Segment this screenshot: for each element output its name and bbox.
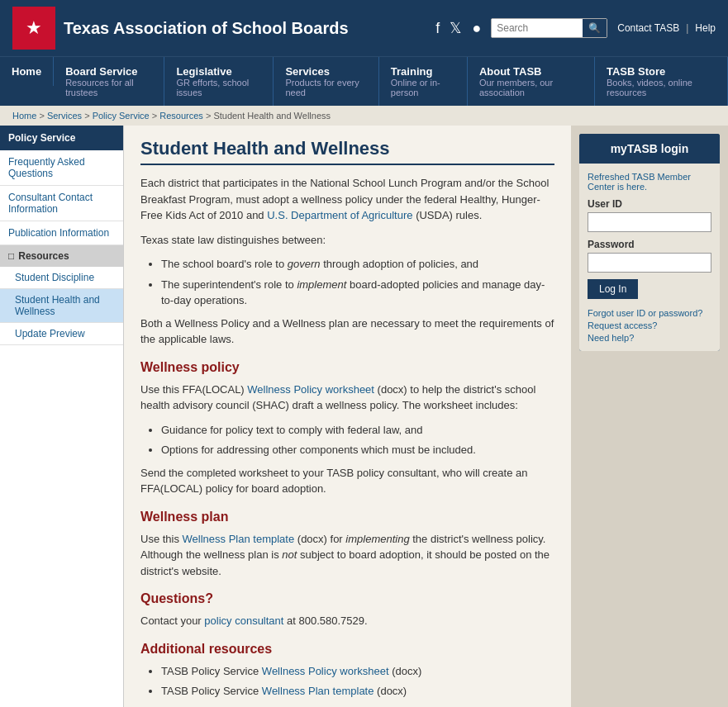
nav-sub-about: Our members, our association — [479, 78, 583, 97]
nav-link-home[interactable]: Home — [0, 57, 54, 86]
nav-link-about[interactable]: About TASBOur members, our association — [468, 57, 595, 106]
wellness-policy-bullets: Guidance for policy text to comply with … — [161, 422, 554, 458]
nav-item-about: About TASBOur members, our association — [468, 57, 595, 106]
send-text: Send the completed worksheet to your TAS… — [140, 465, 554, 497]
update-link[interactable]: Update Preview — [15, 328, 85, 339]
nav-item-board: Board ServiceResources for all trustees — [54, 57, 164, 106]
page-title: Student Health and Wellness — [140, 138, 554, 165]
nav-sub-store: Books, videos, online resources — [607, 78, 716, 97]
nav-sub-training: Online or in-person — [391, 78, 455, 97]
help-link[interactable]: Help — [695, 22, 716, 34]
law-bullets: The school board's role to govern throug… — [161, 256, 554, 309]
discipline-link[interactable]: Student Discipline — [15, 272, 94, 283]
login-box: myTASB login Refreshed TASB Member Cente… — [579, 134, 720, 351]
login-button[interactable]: Log In — [588, 279, 638, 299]
search-box: 🔍 — [491, 18, 607, 38]
wp-bullet-2: Options for addressing other components … — [161, 442, 554, 458]
sidebar-sub-update[interactable]: Update Preview — [0, 323, 123, 345]
facebook-icon[interactable]: f — [435, 20, 440, 37]
nav-link-legislative[interactable]: LegislativeGR efforts, school issues — [164, 57, 274, 106]
nav-item-legislative: LegislativeGR efforts, school issues — [164, 57, 274, 106]
nav-link-services[interactable]: ServicesProducts for every need — [274, 57, 378, 106]
logo-area: ★ Texas Association of School Boards — [12, 7, 349, 50]
header-icons: f 𝕏 ● 🔍 Contact TASB | Help — [435, 18, 716, 38]
main-content: Student Health and Wellness Each distric… — [124, 126, 571, 707]
breadcrumb-resources[interactable]: Resources — [159, 111, 203, 121]
refresh-link[interactable]: Refreshed TASB Member Center is here. — [588, 172, 711, 192]
add-link-2[interactable]: Wellness Plan template — [262, 685, 374, 697]
questions-text: Contact your policy consultant at 800.58… — [140, 613, 554, 629]
user-id-input[interactable] — [588, 212, 711, 232]
faq-link[interactable]: Frequently Asked Questions — [8, 156, 85, 179]
add-link-1[interactable]: Wellness Policy worksheet — [262, 665, 389, 677]
right-panel: myTASB login Refreshed TASB Member Cente… — [571, 126, 728, 707]
contact-tasb-link[interactable]: Contact TASB — [617, 22, 679, 34]
sidebar-sub-discipline[interactable]: Student Discipline — [0, 267, 123, 289]
sidebar-item-faq[interactable]: Frequently Asked Questions — [0, 150, 123, 186]
wellness-policy-text: Use this FFA(LOCAL) Wellness Policy work… — [140, 382, 554, 414]
add-bullet-2: TASB Policy Service Wellness Plan templa… — [161, 683, 554, 700]
law-bullet-1: The school board's role to govern throug… — [161, 256, 554, 273]
wellness-plan-text: Use this Wellness Plan template (docx) f… — [140, 531, 554, 580]
search-button[interactable]: 🔍 — [583, 19, 607, 37]
breadcrumb-current: Student Health and Wellness — [213, 111, 331, 121]
nav-item-services: ServicesProducts for every need — [274, 57, 378, 106]
need-help-link[interactable]: Need help? — [588, 333, 711, 343]
law-bullet-2: The superintendent's role to implement b… — [161, 277, 554, 309]
header-links: Contact TASB | Help — [617, 22, 716, 34]
logo-box: ★ — [12, 7, 55, 50]
wellness-policy-worksheet-link[interactable]: Wellness Policy worksheet — [247, 383, 374, 396]
password-input[interactable] — [588, 253, 711, 273]
sidebar-item-consultant[interactable]: Consultant Contact Information — [0, 186, 123, 221]
nav-item-training: TrainingOnline or in-person — [379, 57, 468, 106]
twitter-icon[interactable]: 𝕏 — [450, 19, 462, 37]
nav-link-board[interactable]: Board ServiceResources for all trustees — [54, 57, 164, 106]
wellness-plan-template-link[interactable]: Wellness Plan template — [183, 533, 295, 545]
login-title: myTASB login — [579, 134, 720, 164]
nav-sub-services: Products for every need — [285, 78, 366, 97]
sidebar: Policy Service Frequently Asked Question… — [0, 126, 124, 707]
consultant-link[interactable]: Consultant Contact Information — [8, 192, 93, 215]
user-id-label: User ID — [588, 198, 711, 210]
add-bullet-1: TASB Policy Service Wellness Policy work… — [161, 663, 554, 680]
wp-bullet-1: Guidance for policy text to comply with … — [161, 422, 554, 439]
request-access-link[interactable]: Request access? — [588, 320, 711, 330]
breadcrumb: Home > Services > Policy Service > Resou… — [0, 106, 728, 126]
intro-paragraph: Each district that participates in the N… — [140, 175, 554, 224]
usda-link[interactable]: U.S. Department of Agriculture — [267, 209, 412, 221]
nav-link-store[interactable]: TASB StoreBooks, videos, online resource… — [595, 57, 728, 106]
header: ★ Texas Association of School Boards f 𝕏… — [0, 0, 728, 56]
sidebar-section-icon: □ — [8, 250, 14, 262]
breadcrumb-home[interactable]: Home — [12, 111, 36, 121]
breadcrumb-policy-service[interactable]: Policy Service — [93, 111, 150, 121]
nav-sub-legislative: GR efforts, school issues — [176, 78, 261, 97]
nav-sub-board: Resources for all trustees — [65, 78, 152, 97]
nav-inner: Home Board ServiceResources for all trus… — [0, 57, 728, 106]
additional-bullets: TASB Policy Service Wellness Policy work… — [161, 663, 554, 708]
sidebar-item-publication[interactable]: Publication Information — [0, 221, 123, 245]
policy-consultant-link[interactable]: policy consultant — [204, 614, 283, 627]
sidebar-header: Policy Service — [0, 126, 123, 150]
forgot-link[interactable]: Forgot user ID or password? — [588, 308, 711, 318]
site-title: Texas Association of School Boards — [64, 19, 349, 38]
nav-link-training[interactable]: TrainingOnline or in-person — [379, 57, 468, 106]
additional-title: Additional resources — [140, 642, 554, 657]
password-label: Password — [588, 239, 711, 250]
add-bullet-3: USDA Local School Wellness Policy — [161, 704, 554, 708]
questions-title: Questions? — [140, 591, 554, 606]
wellness-link[interactable]: Student Health and Wellness — [15, 294, 100, 317]
login-body: Refreshed TASB Member Center is here. Us… — [579, 164, 720, 351]
tasb-logo-icon: ★ — [26, 17, 42, 39]
divider: | — [686, 22, 688, 34]
main-layout: Policy Service Frequently Asked Question… — [0, 126, 728, 707]
instagram-icon[interactable]: ● — [472, 20, 481, 37]
sidebar-sub-wellness[interactable]: Student Health and Wellness — [0, 289, 123, 323]
search-input[interactable] — [492, 19, 583, 37]
main-nav: Home Board ServiceResources for all trus… — [0, 56, 728, 106]
publication-link[interactable]: Publication Information — [8, 227, 109, 239]
nav-item-home: Home — [0, 57, 54, 106]
breadcrumb-services[interactable]: Services — [47, 111, 82, 121]
wellness-policy-title: Wellness policy — [140, 360, 554, 375]
law-text: Texas state law distinguishes between: — [140, 232, 554, 249]
sidebar-section-resources: □ Resources — [0, 245, 123, 267]
